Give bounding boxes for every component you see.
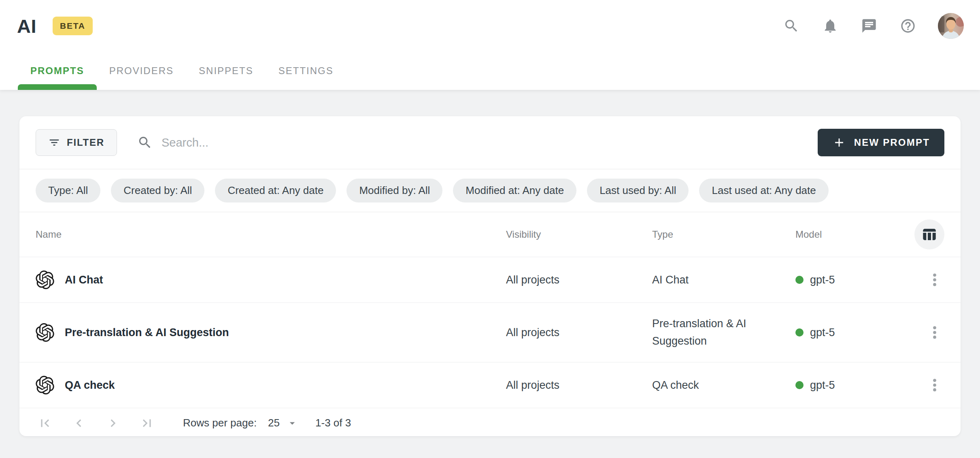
prompt-name: Pre-translation & AI Suggestion xyxy=(65,324,229,341)
column-header-visibility: Visibility xyxy=(506,229,652,240)
openai-logo-icon xyxy=(36,271,54,289)
main-tabs: PROMPTS PROVIDERS SNIPPETS SETTINGS xyxy=(0,52,980,90)
main-content: FILTER NEW PROMPT Type: All Created by: … xyxy=(0,90,980,436)
visibility-cell: All projects xyxy=(506,377,652,394)
bell-icon[interactable] xyxy=(821,17,839,35)
next-page-icon[interactable] xyxy=(104,414,122,432)
chevron-down-icon xyxy=(286,417,298,429)
model-name: gpt-5 xyxy=(810,377,835,394)
table-row[interactable]: Pre-translation & AI Suggestion All proj… xyxy=(19,302,961,362)
tab-snippets-label: SNIPPETS xyxy=(199,65,253,77)
last-page-icon[interactable] xyxy=(138,414,156,432)
table-row[interactable]: AI Chat All projects AI Chat gpt-5 xyxy=(19,257,961,302)
rows-per-page-select[interactable]: 25 xyxy=(268,417,298,429)
table-row[interactable]: QA check All projects QA check gpt-5 xyxy=(19,362,961,408)
tab-settings[interactable]: SETTINGS xyxy=(266,52,346,90)
prompt-name: QA check xyxy=(65,377,115,394)
tab-prompts[interactable]: PROMPTS xyxy=(18,52,97,90)
app-logo: AI xyxy=(17,15,36,37)
rows-per-page-value: 25 xyxy=(268,417,280,429)
header-actions xyxy=(782,13,964,39)
model-cell: gpt-5 xyxy=(795,324,903,341)
type-cell: AI Chat xyxy=(652,271,795,289)
rows-per-page-label: Rows per page: xyxy=(183,417,257,429)
search-field-icon xyxy=(137,135,153,150)
prompt-name-cell: QA check xyxy=(36,376,506,394)
chat-icon[interactable] xyxy=(860,17,878,35)
chip-modified-at[interactable]: Modified at: Any date xyxy=(453,179,576,202)
table-columns-icon[interactable] xyxy=(914,219,944,249)
openai-logo-icon xyxy=(36,323,54,342)
column-header-type: Type xyxy=(652,229,795,240)
help-icon[interactable] xyxy=(899,17,917,35)
pagination-bar: Rows per page: 25 1-3 of 3 xyxy=(19,408,961,436)
pagination-range: 1-3 of 3 xyxy=(315,417,351,429)
app-header: AI BETA xyxy=(0,0,980,90)
search-icon[interactable] xyxy=(782,17,800,35)
model-name: gpt-5 xyxy=(810,324,835,341)
chip-created-by[interactable]: Created by: All xyxy=(111,179,204,202)
filter-button[interactable]: FILTER xyxy=(36,129,117,156)
user-avatar[interactable] xyxy=(938,13,964,39)
model-cell: gpt-5 xyxy=(795,377,903,394)
model-status-dot xyxy=(795,276,804,284)
visibility-cell: All projects xyxy=(506,271,652,289)
prompt-name: AI Chat xyxy=(65,271,103,289)
search-box xyxy=(137,135,818,150)
openai-logo-icon xyxy=(36,376,54,394)
filter-button-label: FILTER xyxy=(67,137,104,148)
page-nav xyxy=(36,414,156,432)
prompt-name-cell: AI Chat xyxy=(36,271,506,289)
model-status-dot xyxy=(795,381,804,389)
visibility-cell: All projects xyxy=(506,324,652,341)
row-menu-icon[interactable] xyxy=(925,270,944,290)
filter-chips-row: Type: All Created by: All Created at: An… xyxy=(19,169,961,212)
tab-snippets[interactable]: SNIPPETS xyxy=(186,52,266,90)
filter-icon xyxy=(48,136,60,149)
type-cell: QA check xyxy=(652,377,795,394)
column-header-name: Name xyxy=(36,229,506,240)
model-name: gpt-5 xyxy=(810,271,835,289)
header-top-row: AI BETA xyxy=(0,0,980,52)
column-header-model: Model xyxy=(795,229,903,240)
prompt-name-cell: Pre-translation & AI Suggestion xyxy=(36,323,506,342)
model-cell: gpt-5 xyxy=(795,271,903,289)
chip-last-used-by[interactable]: Last used by: All xyxy=(587,179,689,202)
chip-modified-by[interactable]: Modified by: All xyxy=(347,179,442,202)
new-prompt-label: NEW PROMPT xyxy=(854,137,930,148)
beta-badge: BETA xyxy=(53,17,93,35)
active-tab-indicator xyxy=(18,84,97,90)
prompts-card: FILTER NEW PROMPT Type: All Created by: … xyxy=(19,116,961,436)
tab-prompts-label: PROMPTS xyxy=(30,65,84,77)
row-menu-icon[interactable] xyxy=(925,375,944,395)
tab-settings-label: SETTINGS xyxy=(278,65,334,77)
first-page-icon[interactable] xyxy=(36,414,54,432)
toolbar: FILTER NEW PROMPT xyxy=(19,116,961,169)
plus-icon xyxy=(832,136,846,149)
previous-page-icon[interactable] xyxy=(70,414,88,432)
chip-created-at[interactable]: Created at: Any date xyxy=(215,179,336,202)
type-cell: Pre-translation & AI Suggestion xyxy=(652,315,795,350)
new-prompt-button[interactable]: NEW PROMPT xyxy=(818,129,944,156)
table-header: Name Visibility Type Model xyxy=(19,212,961,257)
model-status-dot xyxy=(795,328,804,337)
chip-last-used-at[interactable]: Last used at: Any date xyxy=(699,179,828,202)
tab-providers-label: PROVIDERS xyxy=(109,65,174,77)
row-menu-icon[interactable] xyxy=(925,323,944,342)
tab-providers[interactable]: PROVIDERS xyxy=(97,52,186,90)
search-input[interactable] xyxy=(162,136,818,149)
chip-type[interactable]: Type: All xyxy=(36,179,100,202)
